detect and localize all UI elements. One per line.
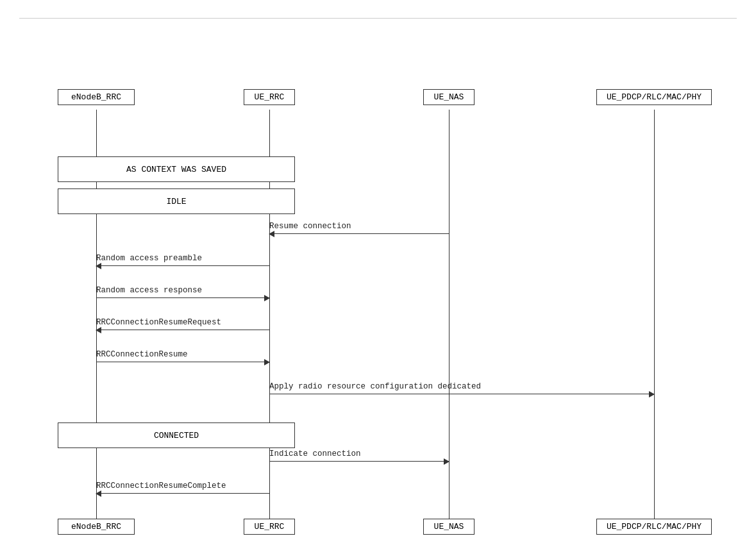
sequence-diagram: eNodeB_RRCUE_RRCUE_NASUE_PDCP/RLC/MAC/PH…: [19, 31, 725, 538]
lifeline-box-bottom-ueNAS: UE_NAS: [423, 519, 475, 535]
arrow-label-5: Apply radio resource configuration dedic…: [269, 382, 481, 391]
lifeline-box-ueNAS: UE_NAS: [423, 89, 475, 105]
arrow-7: [96, 493, 269, 494]
arrow-0: [269, 233, 449, 234]
lifeline-line-uePDCP: [654, 110, 655, 519]
lifeline-box-ueRRC: UE_RRC: [244, 89, 295, 105]
lifeline-box-enodeB: eNodeB_RRC: [58, 89, 135, 105]
page-title: [19, 13, 737, 19]
arrow-4: [96, 362, 269, 362]
arrow-label-4: RRCConnectionResume: [96, 350, 188, 359]
lifeline-box-bottom-ueRRC: UE_RRC: [244, 519, 295, 535]
arrow-5: [269, 394, 654, 394]
lifeline-box-bottom-enodeB: eNodeB_RRC: [58, 519, 135, 535]
lifeline-box-bottom-uePDCP: UE_PDCP/RLC/MAC/PHY: [596, 519, 712, 535]
arrow-label-6: Indicate connection: [269, 449, 361, 458]
state-box-2: CONNECTED: [58, 422, 295, 448]
arrow-2: [96, 297, 269, 298]
arrow-6: [269, 461, 449, 462]
state-box-1: IDLE: [58, 188, 295, 214]
state-box-0: AS CONTEXT WAS SAVED: [58, 156, 295, 182]
arrow-label-2: Random access response: [96, 286, 202, 295]
arrow-label-1: Random access preamble: [96, 254, 202, 263]
lifeline-line-ueNAS: [449, 110, 449, 519]
arrow-3: [96, 330, 269, 330]
arrow-1: [96, 265, 269, 266]
lifeline-box-uePDCP: UE_PDCP/RLC/MAC/PHY: [596, 89, 712, 105]
arrow-label-3: RRCConnectionResumeRequest: [96, 318, 221, 327]
arrow-label-7: RRCConnectionResumeComplete: [96, 481, 226, 490]
arrow-label-0: Resume connection: [269, 222, 351, 231]
